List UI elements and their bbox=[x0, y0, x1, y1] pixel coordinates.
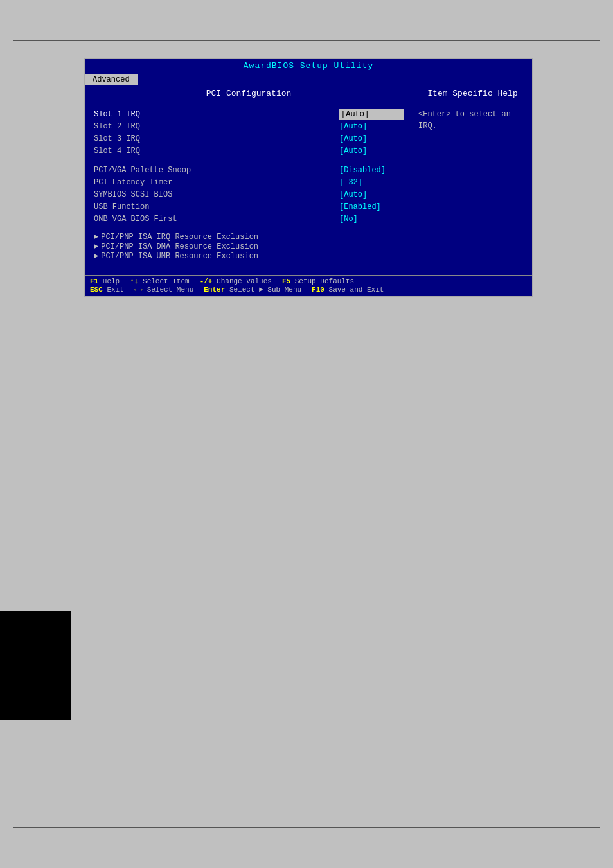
bios-window: AwardBIOS Setup Utility Advanced PCI Con… bbox=[84, 58, 533, 297]
latency-timer-value: [ 32] bbox=[339, 177, 404, 188]
config-row-slot3[interactable]: Slot 3 IRQ [Auto] bbox=[94, 133, 404, 145]
menu-tab-row: Advanced bbox=[85, 73, 532, 85]
status-plusminus-key: -/+ Change Values bbox=[200, 278, 272, 285]
palette-snoop-value: [Disabled] bbox=[339, 164, 404, 176]
config-row-palette-snoop[interactable]: PCI/VGA Palette Snoop [Disabled] bbox=[94, 164, 404, 176]
slot1-value: [Auto] bbox=[339, 109, 404, 120]
submenu-group: ► PCI/PNP ISA IRQ Resource Exclusion ► P… bbox=[94, 233, 404, 261]
slot2-value: [Auto] bbox=[339, 121, 404, 132]
config-row-slot1[interactable]: Slot 1 IRQ [Auto] bbox=[94, 109, 404, 120]
tab-advanced[interactable]: Advanced bbox=[85, 74, 138, 85]
page-background: AwardBIOS Setup Utility Advanced PCI Con… bbox=[0, 0, 613, 868]
right-panel: Item Specific Help <Enter> to select an … bbox=[413, 85, 532, 275]
slot4-label: Slot 4 IRQ bbox=[94, 145, 339, 157]
help-title-text: Item Specific Help bbox=[427, 89, 517, 98]
submenu-irq[interactable]: ► PCI/PNP ISA IRQ Resource Exclusion bbox=[94, 233, 404, 242]
help-content: <Enter> to select an IRQ. bbox=[413, 102, 532, 138]
top-divider bbox=[13, 40, 600, 41]
pci-settings-group: PCI/VGA Palette Snoop [Disabled] PCI Lat… bbox=[94, 164, 404, 225]
panel-content: Slot 1 IRQ [Auto] Slot 2 IRQ [Auto] Slot… bbox=[85, 102, 413, 275]
status-leftright-key: ←→ Select Menu bbox=[134, 286, 193, 294]
usb-function-value: [Enabled] bbox=[339, 201, 404, 213]
status-updown-key: ↑↓ Select Item bbox=[130, 278, 189, 285]
latency-timer-label: PCI Latency Timer bbox=[94, 177, 339, 188]
status-bar: F1 Help ↑↓ Select Item -/+ Change Values… bbox=[85, 275, 532, 296]
bottom-divider bbox=[13, 827, 600, 828]
help-title: Item Specific Help bbox=[413, 85, 532, 102]
onb-vga-value: [No] bbox=[339, 213, 404, 225]
content-area: PCI Configuration Slot 1 IRQ [Auto] Slot… bbox=[85, 85, 532, 275]
submenu-irq-arrow: ► bbox=[94, 233, 98, 242]
status-f5-key: F5 Setup Defaults bbox=[282, 278, 354, 285]
config-row-slot4[interactable]: Slot 4 IRQ [Auto] bbox=[94, 145, 404, 157]
slot4-value: [Auto] bbox=[339, 145, 404, 157]
status-f10-key: F10 Save and Exit bbox=[312, 286, 384, 294]
onb-vga-label: ONB VGA BIOS First bbox=[94, 213, 339, 225]
config-row-latency-timer[interactable]: PCI Latency Timer [ 32] bbox=[94, 177, 404, 188]
status-row-2: ESC Exit ←→ Select Menu Enter Select ► S… bbox=[90, 286, 527, 294]
status-enter-key: Enter Select ► Sub-Menu bbox=[204, 286, 301, 294]
help-text: <Enter> to select an IRQ. bbox=[418, 110, 511, 130]
config-row-symbios[interactable]: SYMBIOS SCSI BIOS [Auto] bbox=[94, 189, 404, 200]
left-panel-title: PCI Configuration bbox=[85, 85, 413, 102]
black-rectangle bbox=[0, 611, 71, 720]
submenu-umb-label: PCI/PNP ISA UMB Resource Exclusion bbox=[101, 252, 258, 261]
slot3-value: [Auto] bbox=[339, 133, 404, 145]
submenu-dma-arrow: ► bbox=[94, 242, 98, 251]
submenu-dma-label: PCI/PNP ISA DMA Resource Exclusion bbox=[101, 242, 258, 251]
left-panel: PCI Configuration Slot 1 IRQ [Auto] Slot… bbox=[85, 85, 413, 275]
config-row-onb-vga[interactable]: ONB VGA BIOS First [No] bbox=[94, 213, 404, 225]
status-esc-key: ESC Exit bbox=[90, 286, 124, 294]
palette-snoop-label: PCI/VGA Palette Snoop bbox=[94, 164, 339, 176]
slot-irq-group: Slot 1 IRQ [Auto] Slot 2 IRQ [Auto] Slot… bbox=[94, 109, 404, 157]
symbios-value: [Auto] bbox=[339, 189, 404, 200]
submenu-umb[interactable]: ► PCI/PNP ISA UMB Resource Exclusion bbox=[94, 252, 404, 261]
submenu-dma[interactable]: ► PCI/PNP ISA DMA Resource Exclusion bbox=[94, 242, 404, 251]
submenu-umb-arrow: ► bbox=[94, 252, 98, 261]
slot1-label: Slot 1 IRQ bbox=[94, 109, 339, 120]
usb-function-label: USB Function bbox=[94, 201, 339, 213]
bios-title: AwardBIOS Setup Utility bbox=[85, 59, 532, 73]
config-row-usb-function[interactable]: USB Function [Enabled] bbox=[94, 201, 404, 213]
config-row-slot2[interactable]: Slot 2 IRQ [Auto] bbox=[94, 121, 404, 132]
bios-title-text: AwardBIOS Setup Utility bbox=[244, 61, 373, 71]
slot2-label: Slot 2 IRQ bbox=[94, 121, 339, 132]
symbios-label: SYMBIOS SCSI BIOS bbox=[94, 189, 339, 200]
submenu-irq-label: PCI/PNP ISA IRQ Resource Exclusion bbox=[101, 233, 258, 242]
pci-config-title: PCI Configuration bbox=[206, 89, 292, 98]
tab-advanced-label: Advanced bbox=[93, 75, 130, 84]
status-row-1: F1 Help ↑↓ Select Item -/+ Change Values… bbox=[90, 278, 527, 285]
status-f1-key: F1 Help bbox=[90, 278, 120, 285]
slot3-label: Slot 3 IRQ bbox=[94, 133, 339, 145]
